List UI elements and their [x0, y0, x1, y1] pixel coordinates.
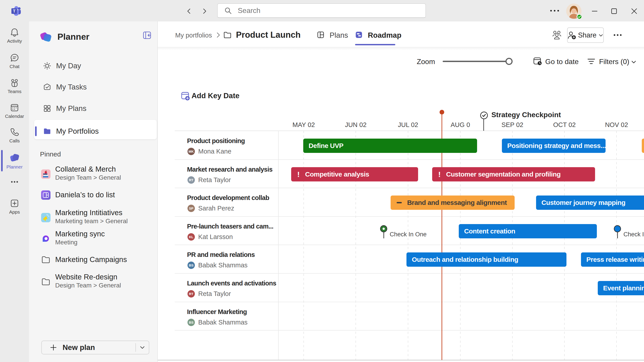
- search-bar[interactable]: [217, 3, 426, 18]
- gantt-row-assignee: RTReta Taylor: [188, 290, 231, 298]
- folder-icon: [41, 277, 50, 287]
- pinned-item-marketing-sync[interactable]: Marketing sync Meeting: [35, 229, 155, 248]
- tab-label: Roadmap: [368, 31, 401, 39]
- gantt-task-bar[interactable]: Outreach and relationship building: [406, 252, 566, 267]
- share-label: Share: [578, 31, 597, 39]
- user-avatar[interactable]: [566, 3, 582, 19]
- assignee-name: Babak Shammas: [198, 262, 248, 269]
- pinned-item-collateral-merch[interactable]: Collateral & Merch Design Team > General: [35, 165, 155, 183]
- month-label: OCT 02: [542, 121, 587, 129]
- checkpoint-label[interactable]: Strategy Checkpoint: [492, 111, 561, 119]
- rail-item-apps[interactable]: Apps: [0, 199, 29, 215]
- sidebar-item-label: My Day: [56, 62, 81, 70]
- milestone-pin[interactable]: [614, 225, 621, 232]
- search-input[interactable]: [238, 6, 394, 15]
- new-plan-button[interactable]: New plan: [41, 341, 149, 355]
- gantt-row-title[interactable]: Influencer Marketing: [187, 308, 247, 316]
- share-chevron-icon: [598, 33, 604, 38]
- forward-button[interactable]: [200, 7, 209, 16]
- rail-item-teams[interactable]: Teams: [0, 78, 29, 94]
- chart-bottom-border: [158, 360, 644, 361]
- tab-plans[interactable]: Plans: [317, 28, 348, 42]
- header-more-icon[interactable]: [613, 32, 622, 39]
- month-label: MAY 02: [281, 121, 326, 129]
- pinned-item-marketing-initiatives[interactable]: Marketing Intitiatives Marketing team > …: [35, 208, 155, 227]
- zoom-slider-track[interactable]: [443, 61, 511, 62]
- rail-item-calendar[interactable]: Calendar: [0, 103, 29, 119]
- assignee-avatar: RT: [188, 176, 195, 184]
- sidebar-item-my-day[interactable]: My Day: [35, 59, 155, 73]
- pinned-item-marketing-campaigns[interactable]: Marketing Campaigns: [35, 255, 155, 264]
- more-dots-icon: [0, 179, 29, 185]
- new-plan-label: New plan: [62, 343, 95, 352]
- sidebar-item-label: My Plans: [56, 104, 86, 113]
- maximize-button[interactable]: [609, 6, 619, 16]
- assignee-name: Babak Shammas: [198, 319, 248, 326]
- tab-roadmap[interactable]: Roadmap: [355, 28, 401, 42]
- titlebar-more-icon[interactable]: [549, 7, 560, 15]
- person-add-icon: [567, 31, 576, 39]
- board-icon: [41, 190, 50, 200]
- gantt-task-bar[interactable]: [642, 139, 644, 153]
- row-separator: [175, 216, 644, 217]
- rail-item-calls[interactable]: Calls: [0, 127, 29, 144]
- gantt-row-assignee: SPSarah Perez: [188, 205, 234, 212]
- sidebar-item-my-portfolios[interactable]: My Portfolios: [35, 125, 155, 138]
- go-to-date-button[interactable]: Go to date: [545, 58, 578, 66]
- task-bar-label: Brand and messaging alignment: [407, 199, 507, 206]
- breadcrumb-plan-name: Product Launch: [236, 30, 300, 40]
- members-icon[interactable]: [552, 30, 561, 41]
- pinned-item-danielas-list[interactable]: Daniela’s to do list: [35, 190, 155, 200]
- go-to-date-icon: [533, 57, 542, 67]
- gantt-row-title[interactable]: Launch events and activations: [187, 280, 276, 287]
- gantt-task-bar[interactable]: Content creation: [459, 224, 597, 238]
- assignee-name: Reta Taylor: [198, 290, 231, 298]
- milestone-pin[interactable]: [380, 225, 387, 232]
- at-risk-icon: !: [438, 170, 441, 179]
- checkpoint-icon[interactable]: [480, 111, 488, 120]
- gantt-task-bar[interactable]: Define UVP: [303, 139, 477, 153]
- zoom-slider-handle[interactable]: [506, 58, 512, 65]
- gantt-task-bar[interactable]: !Competitive analysis: [291, 167, 418, 181]
- rail-item-chat[interactable]: Chat: [0, 53, 29, 69]
- assignee-avatar: RT: [188, 290, 195, 298]
- month-label: SEP 02: [490, 121, 535, 129]
- loop-icon: [41, 234, 50, 243]
- add-key-date-button[interactable]: Add Key Date: [192, 92, 240, 100]
- gantt-task-bar[interactable]: Press release writing: [581, 252, 644, 267]
- share-button[interactable]: Share: [567, 27, 604, 43]
- close-button[interactable]: [629, 6, 639, 16]
- rail-item-planner[interactable]: Planner: [0, 153, 29, 170]
- rail-item-label: Activity: [0, 38, 29, 44]
- rail-item-more[interactable]: [0, 179, 29, 185]
- assignee-name: Mona Kane: [198, 148, 231, 155]
- assignee-name: Sarah Perez: [198, 205, 234, 212]
- gantt-task-bar[interactable]: Customer journey mapping: [536, 195, 644, 210]
- back-button[interactable]: [184, 7, 194, 16]
- gantt-row-title[interactable]: Product development collab: [187, 194, 269, 201]
- gantt-row-title[interactable]: Market research and analysis: [187, 166, 272, 173]
- milestone-stem: [384, 232, 384, 238]
- filters-chevron-icon: [630, 59, 637, 66]
- new-plan-chevron-icon[interactable]: [136, 345, 149, 351]
- sidebar-item-my-plans[interactable]: My Plans: [35, 102, 155, 115]
- sidebar-item-my-tasks[interactable]: My Tasks: [35, 80, 155, 94]
- rail-item-activity[interactable]: Activity: [0, 28, 29, 44]
- gantt-row-title[interactable]: Pre-launch teasers and cam...: [187, 223, 273, 230]
- gantt-task-bar[interactable]: Brand and messaging alignment: [390, 195, 514, 210]
- gantt-row-title[interactable]: Product positioning: [187, 137, 245, 145]
- collapse-sidebar-icon[interactable]: [143, 31, 151, 39]
- filters-button[interactable]: Filters (0): [599, 58, 629, 66]
- bell-icon: [0, 28, 29, 37]
- gantt-task-bar[interactable]: Event planning: [598, 281, 644, 295]
- gantt-row-title[interactable]: PR and media relations: [187, 251, 255, 258]
- gantt-task-bar[interactable]: !Customer segmentation and profiling: [432, 167, 595, 181]
- teams-logo-icon: T: [10, 6, 21, 16]
- minimize-button[interactable]: [590, 6, 600, 16]
- medium-risk-icon: [397, 202, 402, 203]
- breadcrumb-my-portfolios[interactable]: My portfolios: [175, 32, 212, 39]
- month-gridline: [408, 131, 408, 360]
- pinned-item-website-redesign[interactable]: Website Re-design Design Team > General: [35, 273, 155, 291]
- month-label: NOV 02: [594, 121, 639, 129]
- gantt-task-bar[interactable]: Positioning strategy and mess...: [502, 139, 606, 153]
